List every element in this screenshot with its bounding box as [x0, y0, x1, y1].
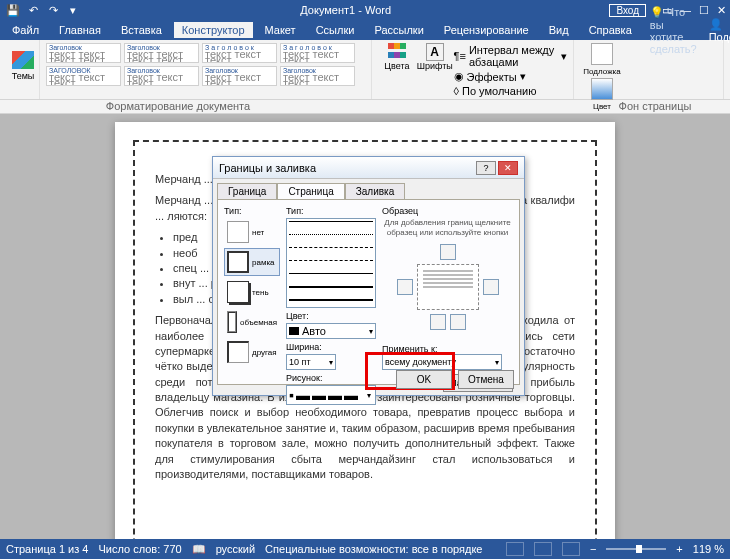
- themes-button[interactable]: Темы: [6, 43, 40, 89]
- document-formatting-gallery[interactable]: Заголовоктекст текст текст текст Заголов…: [46, 43, 366, 86]
- web-layout-icon[interactable]: [562, 542, 580, 556]
- type-none[interactable]: нет: [224, 218, 280, 246]
- type-3d[interactable]: объемная: [224, 308, 280, 336]
- border-top-toggle[interactable]: [440, 244, 456, 260]
- set-default-button[interactable]: ◊ По умолчанию: [454, 84, 567, 98]
- tab-layout[interactable]: Макет: [257, 22, 304, 38]
- tab-references[interactable]: Ссылки: [308, 22, 363, 38]
- style-thumb[interactable]: З а г о л о в о ктекст текст текст: [202, 43, 277, 63]
- tab-file[interactable]: Файл: [4, 22, 47, 38]
- border-bottom-toggle[interactable]: [430, 314, 446, 330]
- type-custom[interactable]: другая: [224, 338, 280, 366]
- tab-shading[interactable]: Заливка: [345, 183, 406, 199]
- width-spinner[interactable]: 10 пт: [286, 354, 336, 370]
- style-label: Тип:: [286, 206, 376, 216]
- border-diag-toggle[interactable]: [450, 314, 466, 330]
- word-count[interactable]: Число слов: 770: [98, 543, 181, 555]
- dialog-close-icon[interactable]: ✕: [498, 161, 518, 175]
- spellcheck-icon[interactable]: 📖: [192, 543, 206, 556]
- language-status[interactable]: русский: [216, 543, 255, 555]
- style-thumb[interactable]: Заголовоктекст текст текст: [280, 66, 355, 86]
- tab-review[interactable]: Рецензирование: [436, 22, 537, 38]
- fonts-button[interactable]: A Шрифты: [416, 43, 454, 98]
- redo-icon[interactable]: ↷: [44, 2, 62, 18]
- dialog-title-text: Границы и заливка: [219, 162, 316, 174]
- watermark-button[interactable]: Подложка: [580, 43, 624, 76]
- colors-button[interactable]: Цвета: [378, 43, 416, 98]
- style-thumb[interactable]: Заголовоктекст текст текст текст: [124, 43, 199, 63]
- page-color-icon: [591, 78, 613, 100]
- tab-help[interactable]: Справка: [581, 22, 640, 38]
- border-preview[interactable]: [417, 264, 479, 310]
- tab-design[interactable]: Конструктор: [174, 22, 253, 38]
- type-shadow[interactable]: тень: [224, 278, 280, 306]
- themes-icon: [12, 51, 34, 69]
- tab-mailings[interactable]: Рассылки: [366, 22, 431, 38]
- dialog-help-icon[interactable]: ?: [476, 161, 496, 175]
- border-right-toggle[interactable]: [483, 279, 499, 295]
- status-bar: Страница 1 из 4 Число слов: 770 📖 русски…: [0, 539, 730, 559]
- dialog-titlebar[interactable]: Границы и заливка ? ✕: [213, 157, 524, 179]
- type-box[interactable]: рамка: [224, 248, 280, 276]
- preview-label: Образец: [382, 206, 513, 216]
- preview-hint: Для добавления границ щелкните образец и…: [382, 218, 513, 238]
- tab-home[interactable]: Главная: [51, 22, 109, 38]
- art-dropdown[interactable]: ▪▬▬▬▬: [286, 385, 376, 405]
- read-mode-icon[interactable]: [506, 542, 524, 556]
- colors-icon: [388, 43, 406, 61]
- cancel-button[interactable]: Отмена: [458, 370, 514, 389]
- qat-dropdown-icon[interactable]: ▾: [64, 2, 82, 18]
- quick-access-toolbar: 💾 ↶ ↷ ▾: [4, 2, 82, 18]
- zoom-level[interactable]: 119 %: [693, 543, 724, 555]
- fonts-icon: A: [426, 43, 444, 61]
- tab-page-border[interactable]: Страница: [277, 183, 344, 199]
- type-label: Тип:: [224, 206, 280, 216]
- dialog-tabs: Граница Страница Заливка: [213, 179, 524, 199]
- title-bar: 💾 ↶ ↷ ▾ Документ1 - Word Вход ▭ — ☐ ✕: [0, 0, 730, 20]
- undo-icon[interactable]: ↶: [24, 2, 42, 18]
- ribbon-tabs: Файл Главная Вставка Конструктор Макет С…: [0, 20, 730, 40]
- zoom-slider[interactable]: [606, 548, 666, 550]
- ok-button[interactable]: OK: [396, 370, 452, 389]
- style-thumb[interactable]: З а г о л о в о ктекст текст текст: [280, 43, 355, 63]
- tab-border[interactable]: Граница: [217, 183, 277, 199]
- ribbon-group-captions: Форматирование документа Фон страницы: [0, 100, 730, 114]
- zoom-out-icon[interactable]: −: [590, 543, 596, 555]
- style-thumb[interactable]: Заголовоктекст текст текст: [124, 66, 199, 86]
- paragraph-spacing-button[interactable]: ¶≡ Интервал между абзацами ▾: [454, 43, 567, 69]
- tab-insert[interactable]: Вставка: [113, 22, 170, 38]
- window-title: Документ1 - Word: [82, 4, 609, 16]
- ribbon: Темы Заголовоктекст текст текст текст За…: [0, 40, 730, 100]
- borders-shading-dialog: Границы и заливка ? ✕ Граница Страница З…: [212, 156, 525, 396]
- border-left-toggle[interactable]: [397, 279, 413, 295]
- style-thumb[interactable]: Заголовоктекст текст текст: [202, 66, 277, 86]
- print-layout-icon[interactable]: [534, 542, 552, 556]
- zoom-in-icon[interactable]: +: [676, 543, 682, 555]
- login-button[interactable]: Вход: [609, 4, 646, 17]
- line-style-list[interactable]: [286, 218, 376, 308]
- style-thumb[interactable]: Заголовоктекст текст текст текст: [46, 43, 121, 63]
- color-dropdown[interactable]: Авто: [286, 323, 376, 339]
- accessibility-status[interactable]: Специальные возможности: все в порядке: [265, 543, 482, 555]
- save-icon[interactable]: 💾: [4, 2, 22, 18]
- style-thumb[interactable]: ЗАГОЛОВОКтекст текст текст: [46, 66, 121, 86]
- effects-button[interactable]: ◉ Эффекты ▾: [454, 69, 567, 84]
- tab-view[interactable]: Вид: [541, 22, 577, 38]
- watermark-icon: [591, 43, 613, 65]
- page-status[interactable]: Страница 1 из 4: [6, 543, 88, 555]
